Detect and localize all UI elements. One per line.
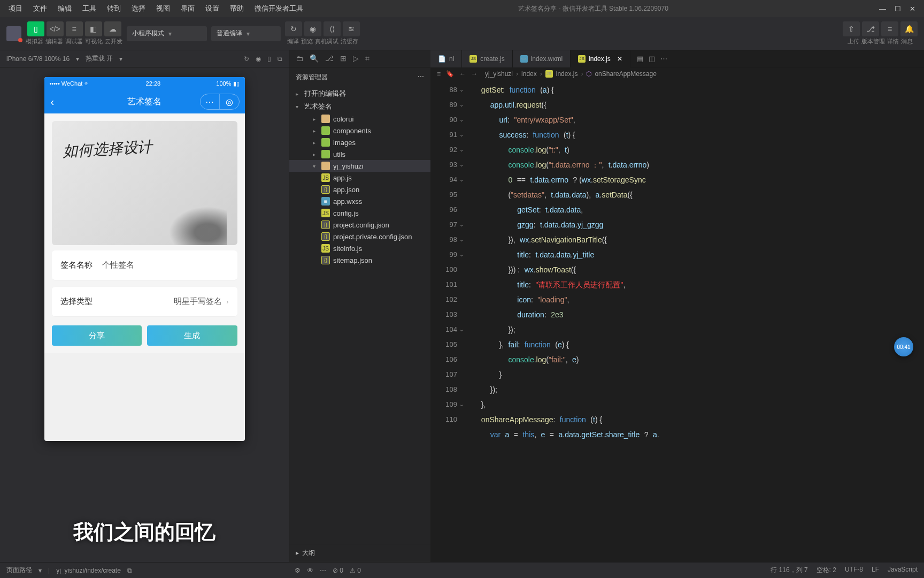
menu-item[interactable]: 微信开发者工具 <box>250 2 307 16</box>
indent-icon[interactable]: ≡ <box>437 70 441 78</box>
debugger-toggle[interactable]: ≡ <box>66 21 83 36</box>
mode-dropdown[interactable]: 小程序模式 <box>127 26 207 41</box>
tree-item-colorui[interactable]: ▸colorui <box>289 113 430 125</box>
page-path[interactable]: yj_yishuzi/index/create <box>56 567 121 574</box>
chevron-down-icon[interactable]: ▾ <box>38 567 42 574</box>
tree-item-project-private-config-json[interactable]: {}project.private.config.json <box>289 231 430 242</box>
more-icon[interactable]: ⋯ <box>320 567 326 574</box>
tree-item-images[interactable]: ▸images <box>289 136 430 148</box>
outline-section[interactable]: ▸大纲 <box>289 544 431 562</box>
menu-item[interactable]: 选择 <box>127 2 150 16</box>
editor-toggle[interactable]: </> <box>47 21 64 36</box>
preview-button[interactable]: ◉ <box>304 21 321 36</box>
tree-item-yj_yishuzi[interactable]: ▾yj_yishuzi <box>289 160 430 172</box>
version-button[interactable]: ⎇ <box>862 21 879 36</box>
chevron-down-icon[interactable]: ▾ <box>119 55 122 63</box>
remote-debug-button[interactable]: ⟨⟩ <box>324 21 341 36</box>
branch-icon[interactable]: ⎇ <box>325 54 334 63</box>
upload-button[interactable]: ⇧ <box>843 21 860 36</box>
menu-item[interactable]: 界面 <box>176 2 199 16</box>
tree-item-sitemap-json[interactable]: {}sitemap.json <box>289 254 430 266</box>
compare-icon[interactable]: ▤ <box>637 55 643 63</box>
chevron-down-icon[interactable]: ▾ <box>76 55 79 63</box>
record-icon[interactable]: ◉ <box>256 55 261 63</box>
tree-item-utils[interactable]: ▸utils <box>289 148 430 160</box>
tree-section[interactable]: ▸打开的编辑器 <box>289 87 430 100</box>
nav-fwd-icon[interactable]: → <box>471 70 478 78</box>
code-editor[interactable]: 8889909192939495969798991001011021031041… <box>430 80 924 562</box>
menu-item[interactable]: 帮助 <box>226 2 248 16</box>
cloud-toggle[interactable]: ☁ <box>104 21 121 36</box>
encoding-info[interactable]: UTF-8 <box>845 566 863 575</box>
menu-item[interactable]: 工具 <box>78 2 101 16</box>
clear-cache-button[interactable]: ≋ <box>343 21 360 36</box>
target-icon[interactable]: ◎ <box>220 94 239 109</box>
tree-item-app-json[interactable]: {}app.json <box>289 184 430 195</box>
tree-item-app-js[interactable]: JSapp.js <box>289 172 430 184</box>
breadcrumb-item[interactable]: onShareAppMessage <box>595 70 656 78</box>
eol-info[interactable]: LF <box>872 566 879 575</box>
close-icon[interactable]: ✕ <box>910 5 915 13</box>
copy-icon[interactable]: ⧉ <box>127 567 132 574</box>
maximize-icon[interactable]: ☐ <box>895 5 901 13</box>
split-icon[interactable]: ◫ <box>649 55 655 63</box>
device-icon[interactable]: ▯ <box>267 55 271 63</box>
messages-button[interactable]: 🔔 <box>900 21 918 36</box>
breadcrumb-item[interactable]: index <box>521 70 537 78</box>
nav-back-icon[interactable]: ← <box>459 70 466 78</box>
terminal-icon[interactable]: ⌗ <box>365 54 369 63</box>
menu-item[interactable]: 转到 <box>103 2 125 16</box>
language-mode[interactable]: JavaScript <box>888 566 918 575</box>
more-icon[interactable]: ⋯ <box>660 55 667 63</box>
avatar[interactable] <box>6 26 21 41</box>
more-icon[interactable]: ⋯ <box>418 73 424 82</box>
menu-item[interactable]: 设置 <box>201 2 224 16</box>
timer-badge[interactable]: 00:41 <box>894 337 913 356</box>
files-icon[interactable]: 🗀 <box>296 54 303 63</box>
debug-icon[interactable]: ▷ <box>353 54 359 63</box>
breadcrumb-item[interactable]: yj_yishuzi <box>485 70 513 78</box>
tree-section[interactable]: ▾艺术签名 <box>289 100 430 113</box>
tab-index-wxml[interactable]: <>index.wxml <box>513 50 571 67</box>
visualize-toggle[interactable]: ◧ <box>85 21 102 36</box>
tab-nl[interactable]: 📄nl <box>430 50 462 67</box>
eye-icon[interactable]: 👁 <box>307 567 313 574</box>
errors-count[interactable]: ⊘ 0 <box>333 567 343 574</box>
compile-dropdown[interactable]: 普通编译 <box>211 26 281 41</box>
share-button[interactable]: 分享 <box>52 325 142 346</box>
generate-button[interactable]: 生成 <box>147 325 237 346</box>
tree-item-components[interactable]: ▸components <box>289 125 430 136</box>
warnings-count[interactable]: ⚠ 0 <box>350 567 361 574</box>
compile-button[interactable]: ↻ <box>285 21 302 36</box>
tree-item-siteinfo-js[interactable]: JSsiteinfo.js <box>289 242 430 254</box>
menu-item[interactable]: 编辑 <box>53 2 76 16</box>
tree-item-app-wxss[interactable]: ≡app.wxss <box>289 195 430 207</box>
code-content[interactable]: getSet: function (a) { app.util.request(… <box>468 80 924 562</box>
menu-item[interactable]: 项目 <box>4 2 27 16</box>
simulator-toggle[interactable]: ▯ <box>27 21 44 36</box>
tree-item-config-js[interactable]: JSconfig.js <box>289 207 430 219</box>
tree-item-project-config-json[interactable]: {}project.config.json <box>289 219 430 231</box>
minimize-icon[interactable]: — <box>879 5 886 13</box>
details-button[interactable]: ≡ <box>881 21 898 36</box>
breadcrumb-item[interactable]: index.js <box>556 70 578 78</box>
gear-icon[interactable]: ⚙ <box>295 567 301 574</box>
cursor-position[interactable]: 行 116，列 7 <box>771 566 807 575</box>
menu-icon[interactable]: ⋯ <box>201 94 220 109</box>
menu-item[interactable]: 文件 <box>29 2 51 16</box>
refresh-icon[interactable]: ↻ <box>244 55 249 63</box>
name-input-row[interactable]: 签名名称 个性签名 <box>52 250 237 280</box>
search-icon[interactable]: 🔍 <box>310 54 319 63</box>
bookmark-icon[interactable]: 🔖 <box>446 70 454 78</box>
menu-item[interactable]: 视图 <box>152 2 174 16</box>
extensions-icon[interactable]: ⊞ <box>340 54 346 63</box>
type-select-row[interactable]: 选择类型 明星手写签名 › <box>52 287 237 317</box>
close-icon[interactable]: ✕ <box>617 55 622 63</box>
device-selector[interactable]: iPhone 6/7/8 100% 16 <box>6 55 70 63</box>
popout-icon[interactable]: ⧉ <box>278 55 282 63</box>
tab-create-js[interactable]: JScreate.js <box>462 50 512 67</box>
tab-index-js[interactable]: JSindex.js✕ <box>571 50 630 67</box>
back-icon[interactable]: ‹ <box>51 96 55 108</box>
hot-reload-toggle[interactable]: 热重载 开 <box>86 54 113 63</box>
indent-info[interactable]: 空格: 2 <box>817 566 836 575</box>
